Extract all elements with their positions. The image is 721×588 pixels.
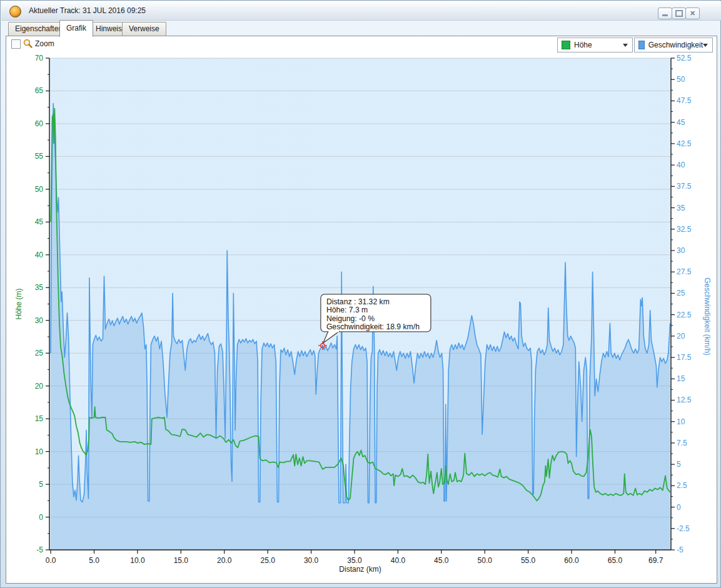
hoehe-color-swatch [562,41,570,49]
svg-text:17.5: 17.5 [677,353,692,362]
svg-text:40.0: 40.0 [391,556,406,565]
svg-text:40: 40 [35,251,44,259]
svg-text:65.0: 65.0 [608,556,623,565]
svg-text:5.0: 5.0 [89,556,99,565]
tooltip-line: Geschwindigkeit: 18.9 km/h [326,322,420,331]
svg-text:35: 35 [35,283,44,292]
svg-text:10.0: 10.0 [130,556,145,565]
svg-text:32.5: 32.5 [677,225,692,234]
svg-text:37.5: 37.5 [677,182,692,191]
svg-text:10: 10 [677,417,685,426]
svg-text:35.0: 35.0 [347,556,362,565]
svg-text:-5: -5 [677,546,683,554]
track-chart[interactable]: 7065605550454035302520151050-552.55047.5… [1,1,721,588]
svg-text:25.0: 25.0 [260,556,275,565]
svg-text:27.5: 27.5 [677,267,692,276]
svg-text:60.0: 60.0 [564,556,579,565]
svg-text:7.5: 7.5 [677,439,687,447]
svg-text:60: 60 [35,119,44,128]
svg-text:2.5: 2.5 [677,481,687,490]
svg-text:42.5: 42.5 [677,139,692,148]
svg-text:30: 30 [677,246,685,255]
svg-text:65: 65 [35,86,44,95]
svg-text:50: 50 [35,185,44,194]
hoehe-select-label: Höhe [574,41,623,49]
svg-text:15: 15 [35,414,44,423]
svg-text:15.0: 15.0 [174,556,189,565]
svg-text:20.0: 20.0 [217,556,232,565]
svg-text:69.7: 69.7 [648,556,663,565]
zoom-checkbox[interactable] [11,39,21,49]
right-axis-title: Geschwindigkeit (km/h) [703,277,712,356]
tooltip-line: Distanz : 31.32 km [326,297,390,306]
chevron-down-icon [703,44,708,47]
svg-text:50.0: 50.0 [478,556,493,565]
svg-text:70: 70 [35,54,44,62]
x-axis-title: Distanz (km) [339,565,381,574]
chevron-down-icon [623,44,628,47]
svg-text:5: 5 [39,480,43,489]
svg-text:45.0: 45.0 [434,556,449,565]
svg-text:20: 20 [35,382,44,391]
svg-text:0.0: 0.0 [46,556,56,565]
window-frame: Aktueller Track: 31 JUL 2016 09:25 ✕ Eig… [0,0,721,588]
svg-text:-2.5: -2.5 [677,524,690,533]
svg-text:30: 30 [35,316,44,325]
svg-text:52.5: 52.5 [677,54,692,62]
svg-text:55: 55 [35,152,44,161]
svg-text:0: 0 [39,513,43,522]
left-axis-title: Höhe (m) [14,288,23,319]
svg-text:25: 25 [35,349,44,357]
geschwindigkeit-select-label: Geschwindigkeit [648,41,703,49]
tab-grafik[interactable]: Grafik [59,20,93,37]
svg-text:15: 15 [677,374,685,383]
svg-text:50: 50 [677,75,685,84]
svg-text:45: 45 [677,118,685,127]
zoom-label: Zoom [35,39,54,48]
series-select-geschwindigkeit[interactable]: Geschwindigkeit [634,37,713,52]
svg-text:20: 20 [677,332,685,341]
tooltip-line: Neigung: -0 % [326,314,375,323]
svg-text:12.5: 12.5 [677,396,692,404]
svg-text:10: 10 [35,447,44,456]
magnifier-icon [23,38,33,49]
svg-text:-5: -5 [36,546,43,554]
svg-text:22.5: 22.5 [677,311,692,319]
tooltip-line: Höhe: 7.3 m [326,306,368,314]
svg-text:35: 35 [677,204,685,212]
svg-text:30.0: 30.0 [304,556,319,565]
svg-text:5: 5 [677,460,681,469]
svg-text:45: 45 [35,217,44,226]
svg-text:25: 25 [677,289,685,297]
geschwindigkeit-color-swatch [638,41,645,49]
svg-text:47.5: 47.5 [677,96,692,105]
svg-text:40: 40 [677,161,685,169]
svg-text:55.0: 55.0 [521,556,536,565]
svg-text:0: 0 [677,503,681,512]
series-select-hoehe[interactable]: Höhe [557,37,633,52]
